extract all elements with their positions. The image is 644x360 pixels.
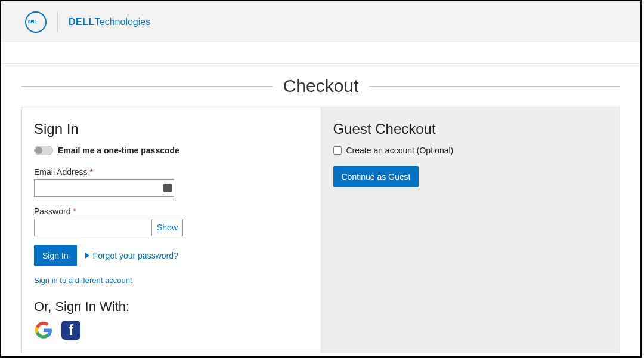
global-header: DELL DELL Technologies [1, 1, 640, 42]
continue-guest-button[interactable]: Continue as Guest [333, 166, 419, 187]
forgot-password-link[interactable]: Forgot your password? [85, 251, 178, 260]
svg-text:DELL: DELL [28, 20, 38, 24]
divider-line [21, 86, 273, 87]
dell-technologies-logo[interactable]: DELL Technologies [69, 17, 150, 27]
dell-tech-bold: DELL [69, 17, 95, 27]
header-divider [57, 12, 58, 32]
passcode-toggle-label: Email me a one-time passcode [58, 146, 179, 155]
signin-panel: Sign In Email me a one-time passcode Ema… [22, 107, 321, 353]
dell-tech-light: Technologies [95, 17, 150, 27]
passcode-toggle-row: Email me a one-time passcode [34, 146, 309, 155]
email-label-text: Email Address [34, 167, 89, 177]
guest-panel: Guest Checkout Create an account (Option… [321, 107, 620, 353]
passcode-toggle[interactable] [34, 146, 53, 155]
toggle-knob-icon [35, 147, 42, 154]
dell-logo-icon[interactable]: DELL [25, 11, 47, 33]
sub-header [1, 42, 640, 64]
page-title-row: Checkout [21, 76, 620, 96]
forgot-password-text: Forgot your password? [93, 251, 178, 260]
divider-line [369, 86, 620, 87]
signin-heading: Sign In [34, 121, 309, 137]
social-signin-row: f [34, 321, 309, 340]
google-signin-button[interactable] [34, 321, 53, 340]
or-signin-heading: Or, Sign In With: [34, 299, 309, 315]
facebook-signin-button[interactable]: f [61, 321, 80, 340]
password-label: Password * [34, 207, 309, 216]
required-marker: * [89, 167, 92, 177]
page-title: Checkout [273, 76, 370, 96]
required-marker: * [73, 207, 76, 216]
google-icon [35, 321, 52, 339]
email-label: Email Address * [34, 167, 309, 177]
email-input[interactable] [34, 179, 174, 197]
password-input[interactable] [34, 219, 152, 236]
chevron-right-icon [85, 253, 89, 259]
checkout-columns: Sign In Email me a one-time passcode Ema… [21, 107, 620, 353]
password-label-text: Password [34, 207, 73, 216]
create-account-checkbox[interactable] [333, 146, 342, 155]
show-password-button[interactable]: Show [152, 219, 183, 236]
guest-heading: Guest Checkout [333, 121, 608, 137]
create-account-label: Create an account (Optional) [346, 146, 454, 155]
autofill-icon[interactable] [163, 184, 172, 192]
different-account-link[interactable]: Sign in to a different account [34, 276, 309, 285]
signin-button[interactable]: Sign In [34, 245, 77, 266]
facebook-icon: f [69, 322, 73, 339]
